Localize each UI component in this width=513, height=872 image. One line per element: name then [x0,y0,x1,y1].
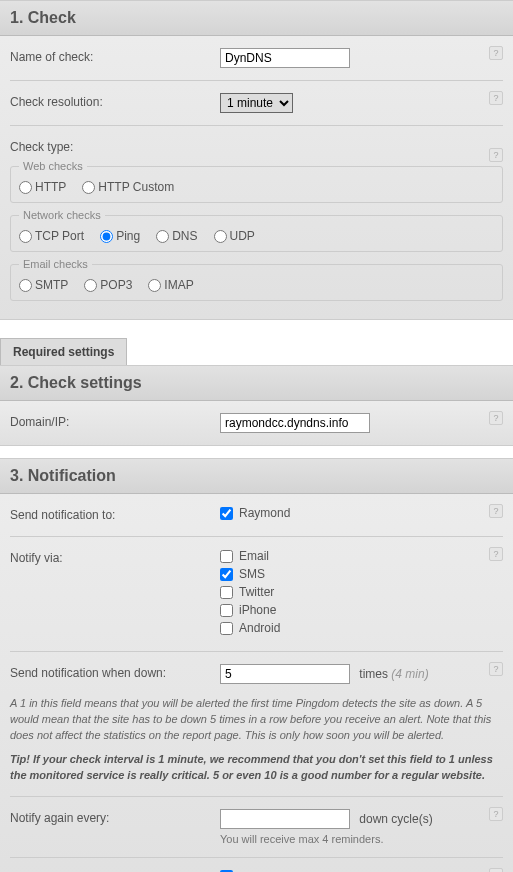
radio-http[interactable]: HTTP [19,180,66,194]
sendto-label: Send notification to: [10,506,220,524]
section-check-title: 1. Check [10,9,503,27]
via-android[interactable]: Android [220,621,503,635]
section-check-body: Name of check: ? Check resolution: 1 min… [0,36,513,320]
when-down-times: times [359,667,388,681]
notify-again-input[interactable] [220,809,350,829]
row-domain: Domain/IP: ? [10,401,503,445]
legend-network: Network checks [19,209,105,221]
help-icon[interactable]: ? [489,662,503,676]
radio-tcp-port[interactable]: TCP Port [19,229,84,243]
radio-imap[interactable]: IMAP [148,278,193,292]
help-icon[interactable]: ? [489,91,503,105]
fieldset-network-checks: Network checks TCP Port Ping DNS UDP [10,209,503,252]
help-icon[interactable]: ? [489,504,503,518]
help-icon[interactable]: ? [489,46,503,60]
radio-dns[interactable]: DNS [156,229,197,243]
check-name-input[interactable] [220,48,350,68]
notify-again-label: Notify again every: [10,809,220,845]
fieldset-web-checks: Web checks HTTP HTTP Custom [10,160,503,203]
via-twitter[interactable]: Twitter [220,585,503,599]
notify-again-sub: You will receive max 4 reminders. [220,833,503,845]
legend-web: Web checks [19,160,87,172]
check-type-label: Check type: [10,138,220,154]
via-iphone[interactable]: iPhone [220,603,503,617]
row-notify-via: Notify via: EmailSMSTwitteriPhoneAndroid… [10,537,503,652]
section-notification-header: 3. Notification [0,458,513,494]
section-settings-title: 2. Check settings [10,374,503,392]
tab-required-settings[interactable]: Required settings [0,338,127,365]
help-icon[interactable]: ? [489,868,503,872]
row-check-resolution: Check resolution: 1 minute ? [10,81,503,126]
check-resolution-select[interactable]: 1 minute [220,93,293,113]
domain-label: Domain/IP: [10,413,220,433]
radio-udp[interactable]: UDP [214,229,255,243]
when-down-explain: A 1 in this field means that you will be… [10,688,503,748]
help-icon[interactable]: ? [489,411,503,425]
section-notification-title: 3. Notification [10,467,503,485]
radio-pop3[interactable]: POP3 [84,278,132,292]
radio-http-custom[interactable]: HTTP Custom [82,180,174,194]
row-check-type: Check type: ? Web checks HTTP HTTP Custo… [10,126,503,319]
fieldset-email-checks: Email checks SMTP POP3 IMAP [10,258,503,301]
row-when-down: Send notification when down: times (4 mi… [10,652,503,688]
notify-via-label: Notify via: [10,549,220,639]
row-sendto: Send notification to: Raymond ? [10,494,503,537]
row-notify-again: Notify again every: down cycle(s) You wi… [10,797,503,858]
help-icon[interactable]: ? [489,547,503,561]
check-resolution-label: Check resolution: [10,93,220,113]
tab-bar: Required settings [0,332,513,365]
section-notification-body: Send notification to: Raymond ? Notify v… [0,494,513,872]
help-icon[interactable]: ? [489,148,503,162]
check-name-label: Name of check: [10,48,220,68]
when-down-tip: Tip! If your check interval is 1 minute,… [10,748,503,797]
section-settings-header: 2. Check settings [0,365,513,401]
section-settings-body: Domain/IP: ? [0,401,513,446]
sendto-raymond[interactable]: Raymond [220,506,503,520]
via-email[interactable]: Email [220,549,503,563]
row-notify-backup: Notify when back up: ? [10,858,503,872]
via-sms[interactable]: SMS [220,567,503,581]
when-down-hint: (4 min) [391,667,428,681]
radio-smtp[interactable]: SMTP [19,278,68,292]
legend-email: Email checks [19,258,92,270]
section-check-header: 1. Check [0,0,513,36]
radio-ping[interactable]: Ping [100,229,140,243]
row-check-name: Name of check: ? [10,36,503,81]
when-down-label: Send notification when down: [10,664,220,684]
domain-input[interactable] [220,413,370,433]
when-down-input[interactable] [220,664,350,684]
help-icon[interactable]: ? [489,807,503,821]
notify-again-suffix: down cycle(s) [359,812,432,826]
